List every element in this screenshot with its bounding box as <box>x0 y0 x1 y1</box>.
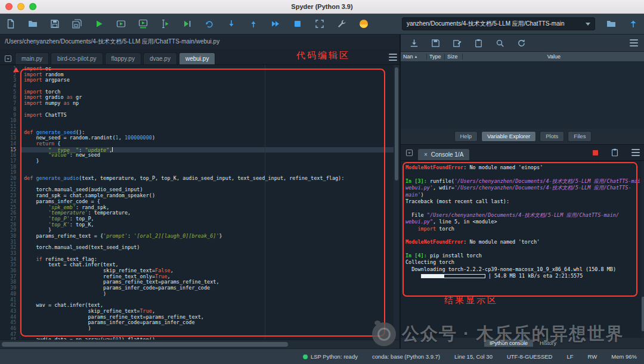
code-line[interactable] <box>20 107 394 113</box>
line-number[interactable]: 11 <box>0 124 20 130</box>
stop-icon[interactable] <box>292 18 304 30</box>
code-line[interactable]: } <box>20 158 394 164</box>
search-icon[interactable] <box>494 37 506 49</box>
line-number[interactable]: 26 <box>0 210 20 216</box>
code-line[interactable]: params_refine_text = {'prompt': '[oral_2… <box>20 234 394 239</box>
scrollbar-thumb[interactable] <box>642 297 644 331</box>
code-line[interactable]: def generate_audio(text, temperature, to… <box>20 176 394 182</box>
line-number[interactable]: 35 <box>0 262 20 268</box>
editor-vertical-scrollbar[interactable] <box>394 65 400 340</box>
tab-help[interactable]: Help <box>454 131 478 142</box>
editor-options-icon[interactable] <box>389 54 397 61</box>
line-number[interactable]: 42 <box>0 303 20 309</box>
zoom-window-button[interactable] <box>29 3 36 10</box>
line-number[interactable]: 2 <box>0 72 20 78</box>
line-number[interactable]: 29 <box>0 228 20 234</box>
run-icon[interactable] <box>93 18 105 30</box>
run-cell-icon[interactable] <box>115 18 127 30</box>
line-number[interactable]: 34 <box>0 257 20 263</box>
editor-tab-dvae-py[interactable]: dvae.py <box>143 52 177 64</box>
line-number[interactable]: 21 <box>0 182 20 188</box>
line-number[interactable]: 30 <box>0 234 20 239</box>
tab-variable-explorer[interactable]: Variable Explorer <box>481 131 536 142</box>
line-number[interactable]: 10 <box>0 118 20 124</box>
line-number[interactable]: 40 <box>0 291 20 297</box>
code-line[interactable]: ) <box>20 291 394 297</box>
editor-tab-main-py[interactable]: main.py <box>15 52 49 64</box>
line-number[interactable]: 27 <box>0 216 20 222</box>
step-into-icon[interactable] <box>225 18 237 30</box>
line-number[interactable]: 33 <box>0 251 20 257</box>
line-number[interactable]: 45 <box>0 320 20 326</box>
line-number[interactable]: 25 <box>0 205 20 211</box>
open-file-icon[interactable] <box>27 18 39 30</box>
continue-icon[interactable] <box>270 18 281 30</box>
refresh-icon[interactable] <box>515 37 527 49</box>
column-header-size[interactable]: Size <box>445 54 463 60</box>
minimize-window-button[interactable] <box>17 3 24 10</box>
line-number[interactable]: 6 <box>0 95 20 101</box>
new-file-icon[interactable] <box>5 18 17 30</box>
line-number[interactable]: 46 <box>0 326 20 332</box>
line-number[interactable]: 17 <box>0 158 20 164</box>
import-data-icon[interactable] <box>408 37 420 49</box>
code-line[interactable] <box>20 164 394 170</box>
close-console-icon[interactable]: × <box>424 152 428 158</box>
variable-explorer-options-icon[interactable] <box>630 39 638 46</box>
line-number[interactable]: 36 <box>0 268 20 274</box>
line-number[interactable]: 47 <box>0 332 20 338</box>
tab-files[interactable]: Files <box>568 131 592 142</box>
tab-history[interactable]: History <box>534 340 562 347</box>
code-line[interactable]: "value": new_seed <box>20 153 394 158</box>
save-data-as-icon[interactable] <box>451 37 463 49</box>
line-number[interactable]: 20 <box>0 176 20 182</box>
editor-tab-bird-co-pilot-py[interactable]: bird-co-pilot.py <box>51 52 103 64</box>
code-line[interactable]: new_seed = random.randint(1, 100000000) <box>20 135 394 141</box>
run-selection-icon[interactable] <box>159 18 171 30</box>
variable-explorer-table[interactable] <box>401 62 644 129</box>
line-number[interactable]: 3 <box>0 77 20 83</box>
editor-tab-webui-py[interactable]: webui.py <box>179 52 215 64</box>
line-number[interactable]: 39 <box>0 285 20 291</box>
save-data-icon[interactable] <box>429 37 441 49</box>
browse-directory-icon[interactable] <box>605 18 617 30</box>
line-number[interactable]: 18 <box>0 164 20 170</box>
code-line[interactable]: ) <box>20 326 394 332</box>
code-line[interactable]: 'top_K': top_K, <box>20 222 394 228</box>
run-cell-advance-icon[interactable] <box>137 18 149 30</box>
line-number[interactable]: 23 <box>0 193 20 199</box>
line-number[interactable]: 7 <box>0 101 20 107</box>
line-number[interactable]: 14 <box>0 141 20 147</box>
line-number[interactable]: 13 <box>0 135 20 141</box>
step-return-icon[interactable] <box>247 18 259 30</box>
line-number[interactable]: 4 <box>0 83 20 89</box>
console-vertical-scrollbar[interactable] <box>641 161 644 338</box>
line-number[interactable]: 12 <box>0 130 20 136</box>
tab-ipython-console[interactable]: IPython console <box>484 340 533 347</box>
code-line[interactable] <box>20 118 394 124</box>
browse-console-tabs-icon[interactable] <box>404 147 414 158</box>
column-header-value[interactable]: Value <box>463 54 644 60</box>
line-number[interactable]: 37 <box>0 274 20 280</box>
environment-icon[interactable] <box>358 18 370 30</box>
column-header-type[interactable]: Type <box>427 54 445 60</box>
column-header-name[interactable]: Nan▲ <box>401 54 427 60</box>
code-line[interactable] <box>20 83 394 89</box>
code-line[interactable]: import random <box>20 72 394 78</box>
line-number[interactable]: 22 <box>0 187 20 193</box>
code-editor[interactable]: 1234567891011121314151617181920212223242… <box>0 65 400 340</box>
working-directory-combobox[interactable]: yanzhen/Documents/4-技术文档/5-LLM 应用/ChatTT… <box>402 17 595 30</box>
code-lines[interactable]: import osimport randomimport argparseimp… <box>20 65 394 340</box>
code-line[interactable]: torch.manual_seed(text_seed_input) <box>20 245 394 251</box>
step-icon[interactable] <box>203 18 215 30</box>
paste-icon[interactable] <box>472 37 484 49</box>
clipboard-icon[interactable] <box>609 147 621 158</box>
line-number[interactable]: 31 <box>0 239 20 245</box>
line-number[interactable]: 15 <box>0 147 20 153</box>
line-number[interactable]: 41 <box>0 297 20 303</box>
tab-plots[interactable]: Plots <box>540 131 564 142</box>
code-line[interactable]: import numpy as np <box>20 101 394 107</box>
line-number[interactable]: 19 <box>0 170 20 176</box>
line-number[interactable]: 8 <box>0 107 20 113</box>
maximize-pane-icon[interactable] <box>314 18 326 30</box>
